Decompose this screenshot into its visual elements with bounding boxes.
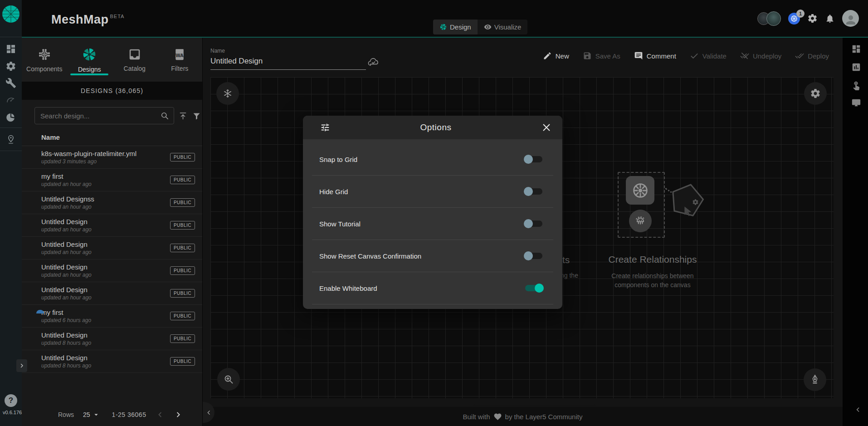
right-dock-collapse-icon[interactable] <box>854 406 862 413</box>
design-visibility-badge: PUBLIC <box>170 334 195 343</box>
tab-designs[interactable]: Designs <box>67 38 112 82</box>
configuration-tools-icon[interactable] <box>5 78 16 88</box>
design-updated: updated an hour ago <box>41 181 170 187</box>
upload-design-icon[interactable] <box>178 111 188 121</box>
rail-divider <box>0 127 22 128</box>
design-list-item[interactable]: Untitled Design updated 8 hours ago PUBL… <box>22 328 202 350</box>
page-size-select[interactable]: 25 <box>83 411 100 419</box>
tab-catalog-label: Catalog <box>124 65 146 72</box>
design-updated: updated an hour ago <box>41 272 170 278</box>
dashboard-grid-icon[interactable] <box>851 44 861 54</box>
option-toggle[interactable] <box>525 156 542 162</box>
freehand-draw-button[interactable] <box>804 368 826 391</box>
designs-panel: Components Designs Catalog Filters DESIG… <box>22 38 203 426</box>
tab-design[interactable]: Design <box>433 20 478 34</box>
design-visibility-badge: PUBLIC <box>170 357 195 366</box>
toggle-knob <box>524 155 533 164</box>
comment-icon <box>634 51 643 60</box>
pagination-range: 1-25 36065 <box>112 411 146 418</box>
option-label: Enable Whiteboard <box>319 284 377 292</box>
wasm-filters-icon <box>173 48 186 61</box>
deploy-label: Deploy <box>808 52 829 60</box>
design-list-item[interactable]: Untitled Design updated an hour ago PUBL… <box>22 214 202 237</box>
tab-catalog[interactable]: Catalog <box>112 38 157 82</box>
lifecycle-gears-icon[interactable] <box>5 61 16 72</box>
option-toggle[interactable] <box>525 285 542 291</box>
design-name: Untitled Design <box>41 218 170 225</box>
kubernetes-wheel-icon <box>631 181 650 200</box>
search-input[interactable] <box>35 112 160 120</box>
beta-tag: BETA <box>110 14 125 19</box>
validate-label: Validate <box>702 52 727 60</box>
close-icon[interactable] <box>541 122 551 132</box>
column-header-name: Name <box>41 133 60 141</box>
rows-label: Rows <box>58 411 74 418</box>
layer5-logo-icon[interactable] <box>2 5 20 23</box>
option-label: Show Reset Canvas Confirmation <box>319 252 421 260</box>
design-list-item[interactable]: Untitled Design updated 8 hours ago PUBL… <box>22 350 202 373</box>
design-list-item[interactable]: Untitled Design updated an hour ago PUBL… <box>22 282 202 305</box>
tab-filters[interactable]: Filters <box>157 38 203 82</box>
sidebar-expand-button[interactable] <box>16 359 27 372</box>
filter-funnel-icon[interactable] <box>192 111 201 121</box>
components-circuit-icon <box>37 47 52 62</box>
toggle-knob <box>524 219 533 228</box>
help-button[interactable]: ? <box>5 394 17 407</box>
design-list-item[interactable]: Untitled Design updated an hour ago PUBL… <box>22 237 202 260</box>
eye-icon <box>484 23 492 31</box>
comment-button[interactable]: Comment <box>634 51 676 60</box>
design-visibility-badge: PUBLIC <box>170 153 195 162</box>
toggle-knob <box>524 251 533 260</box>
undeploy-button[interactable]: Undeploy <box>740 51 781 60</box>
option-toggle[interactable] <box>525 188 542 195</box>
tab-components[interactable]: Components <box>22 38 67 82</box>
notifications-bell-icon[interactable] <box>825 14 835 24</box>
design-list-item[interactable]: k8s-wasm-plugin-ratelimiter.yml updated … <box>22 146 202 169</box>
option-toggle[interactable] <box>525 253 542 259</box>
collaborator-avatar-2[interactable] <box>766 11 781 26</box>
design-visibility-badge: PUBLIC <box>170 312 195 320</box>
pagination-bar: Rows 25 1-25 36065 <box>22 403 202 426</box>
save-as-button[interactable]: Save As <box>583 51 620 60</box>
chart-panel-icon[interactable] <box>851 62 861 72</box>
dashboard-icon[interactable] <box>5 44 16 54</box>
new-button[interactable]: New <box>543 51 569 60</box>
designs-count-header: DESIGNS (36,065) <box>22 82 202 100</box>
design-list-item[interactable]: Untitled Designss updated an hour ago PU… <box>22 191 202 214</box>
undeploy-icon <box>740 51 749 60</box>
meshmap-pin-icon[interactable] <box>5 134 16 145</box>
tab-designs-label: Designs <box>78 66 101 73</box>
extensions-pie-icon[interactable] <box>5 112 16 123</box>
undeploy-label: Undeploy <box>753 52 781 60</box>
design-list-item[interactable]: my first updated an hour ago PUBLIC <box>22 169 202 191</box>
rail-divider <box>0 151 22 151</box>
right-dock-rail <box>843 38 868 426</box>
gear-icon <box>810 88 821 99</box>
user-avatar[interactable] <box>842 10 859 27</box>
design-updated: updated an hour ago <box>41 204 170 210</box>
next-page-icon[interactable] <box>174 411 182 419</box>
canvas-footer: Built with by the Layer5 Community <box>203 407 843 426</box>
snowflake-button[interactable] <box>216 82 239 105</box>
design-list-item[interactable]: Untitled Design updated an hour ago PUBL… <box>22 260 202 282</box>
design-name: my first <box>41 308 170 316</box>
design-visibility-badge: PUBLIC <box>170 266 195 275</box>
tab-visualize[interactable]: Visualize <box>478 20 528 34</box>
screen-panel-icon[interactable] <box>851 98 861 108</box>
performance-gauge-icon[interactable] <box>5 94 16 105</box>
option-toggle[interactable] <box>525 220 542 227</box>
previous-page-icon[interactable] <box>156 411 164 419</box>
design-name: Untitled Design <box>41 331 170 339</box>
settings-gear-icon[interactable] <box>807 13 818 24</box>
canvas-settings-button[interactable] <box>804 82 827 105</box>
zoom-button[interactable] <box>217 368 240 391</box>
validate-button[interactable]: Validate <box>690 51 727 60</box>
kubernetes-context-switcher[interactable]: 1 <box>788 13 800 24</box>
touch-interact-icon[interactable] <box>851 80 861 90</box>
meshmap-app: { "app": { "title": "MeshMap", "beta": "… <box>0 0 868 426</box>
design-name-input[interactable] <box>210 54 366 70</box>
design-list-item[interactable]: my first updated 6 hours ago PUBLIC <box>22 305 202 328</box>
option-label: Hide Grid <box>319 188 348 196</box>
deploy-button[interactable]: Deploy <box>795 51 829 60</box>
cloud-saved-icon <box>367 56 380 68</box>
